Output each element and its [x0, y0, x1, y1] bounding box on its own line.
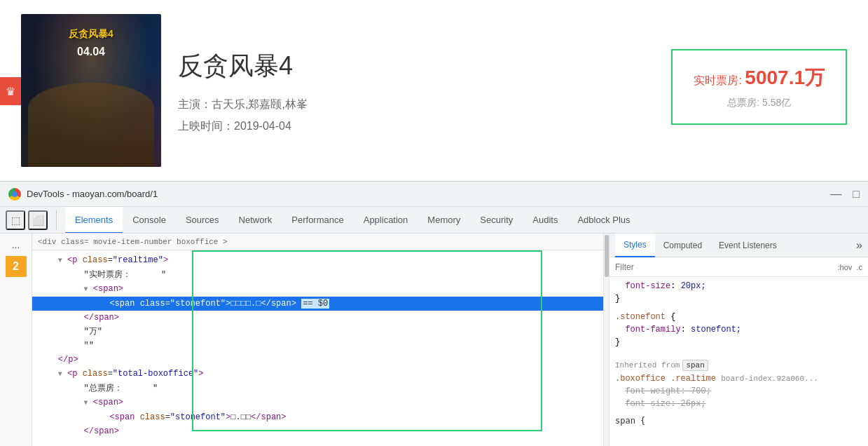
pseudo-filter: :hov .c — [838, 263, 862, 271]
tree-line: <span> — [32, 282, 603, 297]
css-prop-row: font-size: 26px; — [615, 398, 862, 410]
tab-styles[interactable]: Styles — [615, 234, 655, 257]
tab-security[interactable]: Security — [470, 207, 523, 234]
devtools-tabs: ⬚ ⬜ Elements Console Sources Network Per… — [0, 207, 868, 234]
poster-figures — [21, 69, 161, 167]
movie-release-date: 上映时间：2019-04-04 — [178, 119, 654, 134]
crown-badge: ♛ — [0, 77, 21, 105]
movie-poster: 反贪风暴4 04.04 — [21, 14, 161, 167]
tab-event-listeners[interactable]: Event Listeners — [710, 234, 785, 257]
webpage-area: ♛ 反贪风暴4 04.04 反贪风暴4 主演：古天乐,郑嘉颐,林峯 上映时间：2… — [0, 0, 868, 181]
devtools-title: DevTools - maoyan.com/board/1 — [27, 189, 825, 199]
tab-application[interactable]: Application — [354, 207, 418, 234]
sidebar-number: 2 — [6, 256, 27, 277]
tree-line: "" — [32, 339, 603, 353]
total-boxoffice: 总票房: 5.58亿 — [694, 97, 825, 109]
tab-performance[interactable]: Performance — [282, 207, 353, 234]
inherited-tag: span — [682, 360, 708, 371]
tree-line: "实时票房： " — [32, 268, 603, 282]
tab-memory[interactable]: Memory — [418, 207, 470, 234]
devtools-content: ... 2 <div class= movie-item-number boxo… — [0, 234, 868, 446]
breadcrumb-bar: <div class= movie-item-number boxoffice … — [32, 234, 603, 250]
right-tabs: Styles Computed Event Listeners » — [609, 234, 868, 257]
css-selector-row: .stonefont { — [615, 311, 862, 323]
chrome-icon — [8, 188, 21, 201]
css-rule-fontsize: font-size: 20px; } — [615, 280, 862, 305]
tree-line: </span> — [32, 424, 603, 438]
tab-console[interactable]: Console — [123, 207, 176, 234]
movie-info: 反贪风暴4 主演：古天乐,郑嘉颐,林峯 上映时间：2019-04-04 — [178, 14, 654, 134]
tab-computed[interactable]: Computed — [655, 234, 710, 257]
html-tree-panel: <div class= movie-item-number boxoffice … — [32, 234, 603, 446]
css-selector-row: .boxoffice .realtime board-index.92a060.… — [615, 372, 862, 385]
tab-elements[interactable]: Elements — [65, 207, 123, 234]
breadcrumb-text: <div class= movie-item-number boxoffice … — [38, 238, 228, 246]
more-tabs-button[interactable]: » — [856, 239, 862, 252]
inspect-cursor-button[interactable]: ⬚ — [6, 210, 25, 230]
filter-bar: :hov .c — [609, 257, 868, 277]
tree-line: <p class="total-boxoffice"> — [32, 367, 603, 381]
styles-content: font-size: 20px; } .stonefont { font-fam… — [609, 277, 868, 446]
tree-line: <p class="realtime"> — [32, 253, 603, 268]
css-brace: } — [615, 336, 862, 349]
styles-panel: Styles Computed Event Listeners » :hov .… — [609, 234, 868, 446]
crown-icon: ♛ — [6, 85, 15, 98]
minimize-button[interactable]: — — [830, 188, 841, 201]
inherited-label: Inherited from span — [615, 357, 862, 372]
poster-date: 04.04 — [77, 46, 105, 58]
tab-audits[interactable]: Audits — [523, 207, 567, 234]
devtools-titlebar: DevTools - maoyan.com/board/1 — □ — [0, 182, 868, 207]
css-prop-row: font-weight: 700; — [615, 385, 862, 398]
filter-input[interactable] — [615, 262, 832, 272]
scrollbar-thumb[interactable] — [605, 235, 609, 277]
css-rule-boxoffice: .boxoffice .realtime board-index.92a060.… — [615, 372, 862, 410]
tree-line: "总票房： " — [32, 381, 603, 396]
realtime-label: 实时票房: 5007.1万 — [694, 65, 825, 91]
poster-title: 反贪风暴4 — [69, 28, 113, 41]
tab-network[interactable]: Network — [229, 207, 282, 234]
css-brace: } — [615, 292, 862, 305]
maximize-button[interactable]: □ — [853, 188, 860, 201]
css-prop-row: font-size: 20px; — [615, 280, 862, 292]
device-toolbar-button[interactable]: ⬜ — [28, 210, 48, 230]
tree-line: <span class="stonefont">□.□□</span> — [32, 410, 603, 424]
tree-line-selected: <span class="stonefont">□□□□.□</span> ==… — [32, 297, 603, 311]
tab-adblock[interactable]: Adblock Plus — [567, 207, 640, 234]
devtools-controls[interactable]: — □ — [830, 188, 860, 201]
tab-sources[interactable]: Sources — [176, 207, 229, 234]
movie-cast: 主演：古天乐,郑嘉颐,林峯 — [178, 97, 654, 112]
devtools-left-sidebar: ... 2 — [0, 234, 32, 446]
cursor-icons: ⬚ ⬜ — [6, 210, 57, 230]
css-rule-span: span { — [615, 416, 862, 426]
tree-line: </span> — [32, 311, 603, 325]
devtools-panel: DevTools - maoyan.com/board/1 — □ ⬚ ⬜ El… — [0, 181, 868, 446]
movie-title: 反贪风暴4 — [178, 49, 654, 83]
boxoffice-card: 实时票房: 5007.1万 总票房: 5.58亿 — [671, 49, 847, 125]
tree-line: </p> — [32, 353, 603, 367]
html-tree: <p class="realtime"> "实时票房： " <span> <sp… — [32, 250, 603, 446]
css-rule-stonefont: .stonefont { font-family: stonefont; } — [615, 311, 862, 349]
css-prop-row: font-family: stonefont; — [615, 323, 862, 336]
tree-line: <span> — [32, 396, 603, 410]
tree-scrollbar[interactable] — [603, 234, 609, 446]
tree-line: "万" — [32, 325, 603, 339]
sidebar-ellipsis: ... — [12, 239, 20, 250]
